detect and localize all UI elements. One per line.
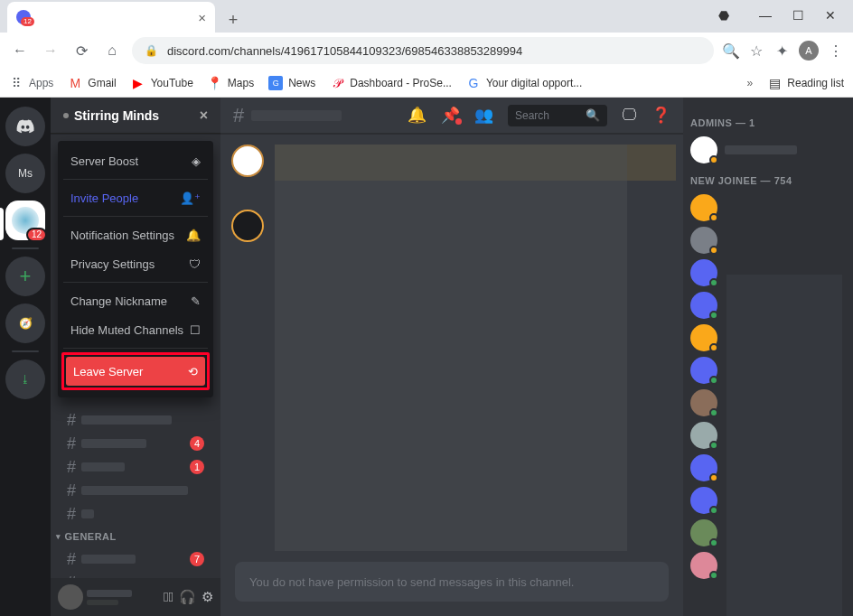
server-stirring-minds[interactable]: 12 [5, 201, 45, 240]
server-ms[interactable]: Ms [5, 154, 45, 193]
server-separator [12, 247, 39, 249]
unread-badge: 1 [190, 460, 204, 474]
server-rail: Ms 12 + 🧭 ⭳ [0, 98, 51, 616]
menu-privacy-settings[interactable]: Privacy Settings🛡 [63, 249, 208, 278]
bookmark-dashboard[interactable]: 𝒫Dashboard - ProSe... [330, 76, 452, 90]
search-input[interactable]: Search🔍 [508, 105, 607, 126]
channel-item[interactable]: # [51, 408, 220, 432]
messages-area [220, 134, 683, 562]
server-name: Stirring Minds [74, 108, 159, 123]
boost-icon: ◈ [192, 154, 201, 168]
role-header-new-joinee: NEW JOINEE — 754 [690, 175, 846, 186]
channel-category-general[interactable]: GENERAL [51, 526, 220, 547]
checkbox-icon: ☐ [190, 323, 201, 337]
bookmark-star-icon[interactable]: ☆ [748, 42, 764, 59]
members-toggle-icon[interactable]: 👥 [474, 106, 493, 125]
close-window-button[interactable]: ✕ [824, 9, 837, 22]
discord-home-button[interactable] [5, 107, 45, 146]
maximize-button[interactable]: ☐ [792, 9, 804, 22]
url-input[interactable]: 🔒 discord.com/channels/41961710584410932… [132, 37, 714, 64]
invite-icon: 👤⁺ [180, 191, 201, 205]
server-dropdown-close-icon[interactable]: × [200, 107, 208, 124]
channel-header: # 🔔 📌 👥 Search🔍 🖵 ❓ [220, 98, 683, 134]
zoom-icon[interactable]: 🔍 [723, 42, 739, 59]
url-text: discord.com/channels/419617105844109323/… [167, 44, 522, 58]
channel-item[interactable]: # [51, 571, 220, 578]
user-panel: 🎙̸ 🎧 ⚙ [51, 578, 220, 616]
discord-logo-icon [15, 119, 35, 134]
home-button[interactable]: ⌂ [101, 40, 123, 61]
channel-name [251, 110, 342, 121]
member-row[interactable] [690, 134, 846, 166]
help-icon[interactable]: ❓ [651, 106, 670, 125]
bookmark-youtube[interactable]: ▶YouTube [131, 76, 193, 90]
headphones-icon[interactable]: 🎧 [179, 589, 196, 605]
back-button[interactable]: ← [9, 40, 31, 61]
channel-item[interactable]: #4 [51, 432, 220, 455]
menu-server-boost[interactable]: Server Boost◈ [63, 146, 208, 175]
reading-list-button[interactable]: ▤Reading list [767, 76, 844, 90]
apps-shortcut[interactable]: ⠿Apps [9, 76, 53, 90]
menu-leave-server[interactable]: Leave Server⟲ [66, 357, 205, 386]
menu-change-nickname[interactable]: Change Nickname✎ [63, 286, 208, 315]
bookmark-maps[interactable]: 📍Maps [208, 76, 254, 90]
bookmarks-bar: ⠿Apps MGmail ▶YouTube 📍Maps GNews 𝒫Dashb… [0, 69, 853, 98]
minimize-button[interactable]: — [759, 9, 772, 22]
server-header[interactable]: Stirring Minds × [51, 98, 220, 134]
settings-gear-icon[interactable]: ⚙ [202, 589, 213, 605]
unread-badge: 4 [190, 436, 204, 451]
shield-icon: 🛡 [189, 257, 201, 271]
channel-item[interactable]: # [51, 502, 220, 526]
bookmark-news[interactable]: GNews [268, 76, 315, 90]
server-badge: 12 [26, 228, 47, 242]
channel-item[interactable]: #1 [51, 455, 220, 479]
unread-badge: 7 [190, 552, 204, 566]
incognito-icon: ⬣ [717, 9, 730, 22]
highlight-annotation: Leave Server⟲ [61, 352, 210, 390]
pinned-icon[interactable]: 📌 [441, 106, 460, 125]
self-info [87, 590, 160, 605]
forward-button[interactable]: → [40, 40, 61, 61]
channel-list: # #4 #1 # # GENERAL #7 # # [51, 405, 220, 578]
kebab-menu-icon[interactable]: ⋮ [828, 42, 844, 59]
members-placeholder [726, 275, 842, 616]
extensions-icon[interactable]: ✦ [773, 42, 790, 59]
gmail-icon: M [68, 76, 82, 90]
channel-item[interactable]: # [51, 479, 220, 502]
server-separator-2 [12, 350, 39, 352]
news-icon: G [268, 76, 283, 90]
google-icon: G [466, 76, 481, 90]
self-avatar[interactable] [58, 584, 83, 610]
bookmark-gmail[interactable]: MGmail [68, 76, 116, 90]
pinterest-icon: 𝒫 [330, 76, 344, 90]
profile-avatar[interactable]: A [799, 41, 819, 61]
member-row[interactable] [690, 224, 846, 257]
notifications-icon[interactable]: 🔔 [408, 106, 426, 125]
download-apps-button[interactable]: ⭳ [5, 359, 45, 399]
menu-hide-muted[interactable]: Hide Muted Channels☐ [63, 315, 208, 344]
reload-button[interactable]: ⟳ [70, 40, 92, 61]
reading-list-icon: ▤ [767, 76, 782, 90]
member-row[interactable] [690, 191, 846, 224]
inbox-icon[interactable]: 🖵 [622, 107, 637, 125]
embed-placeholder [275, 145, 627, 551]
maps-icon: 📍 [208, 76, 222, 90]
new-tab-button[interactable]: + [220, 7, 246, 33]
menu-notification-settings[interactable]: Notification Settings🔔 [63, 220, 208, 249]
bookmark-opport[interactable]: GYour digital opport... [466, 76, 582, 90]
mute-mic-icon[interactable]: 🎙̸ [164, 589, 173, 605]
browser-chrome: × + ⬣ — ☐ ✕ ← → ⟳ ⌂ 🔒 discord.com/channe… [0, 0, 853, 98]
bell-icon: 🔔 [186, 229, 201, 242]
channel-item[interactable]: #7 [51, 547, 220, 571]
bookmarks-overflow[interactable]: » [747, 77, 754, 89]
add-server-button[interactable]: + [5, 257, 45, 296]
tab-close-icon[interactable]: × [198, 10, 206, 25]
message-avatar[interactable] [231, 210, 264, 242]
message-input: You do not have permission to send messa… [235, 562, 669, 602]
discord-app: Ms 12 + 🧭 ⭳ Stirring Minds × Server Boos… [0, 98, 853, 616]
message-avatar[interactable] [231, 145, 264, 177]
menu-invite-people[interactable]: Invite People👤⁺ [63, 183, 208, 212]
browser-tab[interactable]: × [7, 2, 215, 33]
explore-servers-button[interactable]: 🧭 [5, 303, 45, 343]
tab-strip: × + ⬣ — ☐ ✕ [0, 0, 853, 33]
